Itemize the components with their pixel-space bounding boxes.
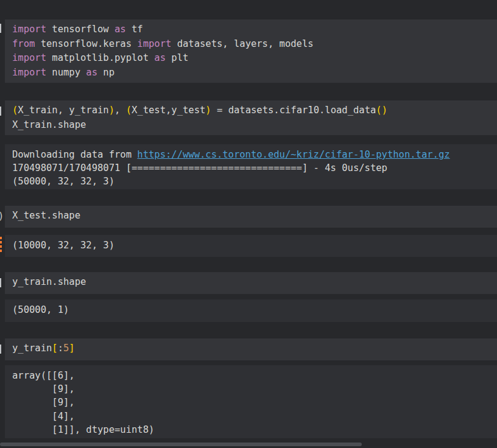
- token-plain: = datasets.cifar10.load_data: [211, 105, 376, 116]
- token-plain: X_train, y_train: [18, 105, 108, 116]
- token-plain: Downloading data from: [12, 149, 137, 160]
- token-bracket: ): [205, 105, 211, 116]
- cell-focus-bar-fragment: [0, 345, 1, 354]
- output-line: [9],: [12, 396, 497, 409]
- code-line: import matplotlib.pyplot as plt: [12, 51, 497, 66]
- cell-focus-bar-fragment: [0, 278, 1, 287]
- token-plain: (10000, 32, 32, 3): [12, 240, 115, 251]
- output-line: (10000, 32, 32, 3): [12, 239, 497, 252]
- token-plain: tf: [126, 24, 143, 35]
- output-line: Downloading data from https://www.cs.tor…: [12, 148, 497, 161]
- token-keyword: as: [154, 52, 166, 63]
- output-ytrain-array: array([[6], [9], [9], [4], [1]], dtype=u…: [5, 365, 497, 438]
- run-button-fragment-icon[interactable]: ): [0, 210, 4, 222]
- token-plain: y_train.shape: [12, 276, 86, 287]
- token-keyword: as: [86, 67, 97, 78]
- token-bracket: ): [109, 105, 115, 116]
- token-plain: plt: [166, 52, 188, 63]
- execution-indicator-fragment-icon: [0, 237, 2, 253]
- code-cell-ytrain-slice[interactable]: y_train[:5]: [5, 338, 497, 360]
- code-line: import tensorflow as tf: [12, 23, 497, 37]
- token-bracket: [: [52, 343, 57, 354]
- output-line: [1]], dtype=uint8): [12, 423, 497, 436]
- code-line: from tensorflow.keras import datasets, l…: [12, 37, 497, 52]
- token-keyword: import: [12, 67, 46, 78]
- code-cell-ytrain-shape[interactable]: y_train.shape: [5, 272, 497, 294]
- token-plain: matplotlib.pyplot: [46, 52, 154, 63]
- token-plain: tensorflow: [46, 24, 115, 35]
- token-plain: :: [58, 343, 63, 354]
- output-ytrain-shape: (50000, 1): [5, 299, 497, 322]
- token-bracket: (: [12, 105, 18, 116]
- token-plain: 170498071/170498071 [===================…: [12, 163, 387, 173]
- output-line: [9],: [12, 382, 497, 396]
- token-plain: [9],: [12, 397, 75, 408]
- cell-focus-bar-fragment: [0, 24, 1, 33]
- token-bracket: ]: [69, 343, 74, 354]
- notebook: import tensorflow as tffrom tensorflow.k…: [0, 0, 497, 448]
- code-line: import numpy as np: [12, 66, 497, 80]
- code-cell-xtest-shape[interactable]: X_test.shape: [5, 206, 497, 228]
- token-plain: np: [97, 67, 115, 78]
- output-line: (50000, 32, 32, 3): [12, 175, 497, 188]
- token-plain: [9],: [12, 383, 75, 394]
- code-line: X_train.shape: [12, 118, 497, 133]
- token-plain: [1]], dtype=uint8): [12, 424, 154, 435]
- code-line: y_train.shape: [12, 275, 497, 290]
- token-plain: ,: [115, 105, 126, 116]
- token-keyword: import: [12, 24, 46, 35]
- download-url-link[interactable]: https://www.cs.toronto.edu/~kriz/cifar-1…: [137, 149, 449, 160]
- token-bracket: (): [376, 105, 387, 116]
- token-keyword: from: [12, 38, 35, 49]
- token-plain: X_train.shape: [12, 119, 86, 130]
- output-line: (50000, 1): [12, 303, 497, 317]
- token-keyword: import: [12, 52, 46, 63]
- code-line: y_train[:5]: [12, 341, 497, 356]
- token-plain: [4],: [12, 411, 75, 422]
- output-download: Downloading data from https://www.cs.tor…: [5, 144, 497, 189]
- code-line: X_test.shape: [12, 209, 497, 223]
- cell-focus-bar-fragment: [0, 107, 1, 116]
- token-bracket: (: [126, 105, 132, 116]
- horizontal-scrollbar[interactable]: [0, 443, 362, 446]
- token-keyword: import: [137, 38, 171, 49]
- code-cell-load-data[interactable]: (X_train, y_train), (X_test,y_test) = da…: [5, 100, 497, 135]
- output-line: [4],: [12, 410, 497, 423]
- token-plain: X_test,y_test: [132, 105, 205, 116]
- token-plain: numpy: [46, 67, 86, 78]
- token-plain: tensorflow.keras: [35, 38, 137, 49]
- token-plain: (50000, 1): [12, 304, 69, 315]
- token-keyword: as: [115, 24, 126, 35]
- token-plain: X_test.shape: [12, 210, 80, 221]
- output-xtest-shape: (10000, 32, 32, 3): [5, 235, 497, 257]
- token-plain: array([[6],: [12, 370, 75, 381]
- code-line: (X_train, y_train), (X_test,y_test) = da…: [12, 103, 497, 118]
- token-number: 5: [63, 343, 69, 354]
- token-plain: (50000, 32, 32, 3): [12, 176, 115, 187]
- token-plain: y_train: [12, 343, 52, 354]
- output-line: array([[6],: [12, 369, 497, 382]
- output-line: 170498071/170498071 [===================…: [12, 161, 497, 175]
- code-cell-imports[interactable]: import tensorflow as tffrom tensorflow.k…: [5, 19, 497, 83]
- token-plain: datasets, layers, models: [171, 38, 313, 49]
